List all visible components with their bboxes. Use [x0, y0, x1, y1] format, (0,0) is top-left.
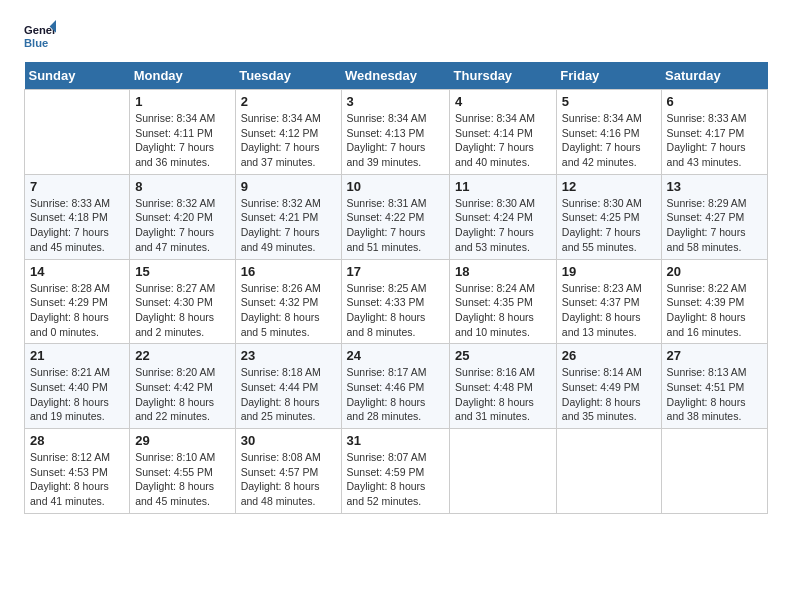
day-info: Sunrise: 8:27 AMSunset: 4:30 PMDaylight:…: [135, 281, 229, 340]
day-number: 5: [562, 94, 656, 109]
header-sunday: Sunday: [25, 62, 130, 90]
cell-w2-d1: 7Sunrise: 8:33 AMSunset: 4:18 PMDaylight…: [25, 174, 130, 259]
cell-w2-d3: 9Sunrise: 8:32 AMSunset: 4:21 PMDaylight…: [235, 174, 341, 259]
day-info: Sunrise: 8:16 AMSunset: 4:48 PMDaylight:…: [455, 365, 551, 424]
header-row: SundayMondayTuesdayWednesdayThursdayFrid…: [25, 62, 768, 90]
day-info: Sunrise: 8:24 AMSunset: 4:35 PMDaylight:…: [455, 281, 551, 340]
cell-w1-d2: 1Sunrise: 8:34 AMSunset: 4:11 PMDaylight…: [130, 90, 235, 175]
day-number: 4: [455, 94, 551, 109]
header-wednesday: Wednesday: [341, 62, 450, 90]
day-info: Sunrise: 8:23 AMSunset: 4:37 PMDaylight:…: [562, 281, 656, 340]
day-info: Sunrise: 8:17 AMSunset: 4:46 PMDaylight:…: [347, 365, 445, 424]
day-info: Sunrise: 8:13 AMSunset: 4:51 PMDaylight:…: [667, 365, 762, 424]
day-info: Sunrise: 8:14 AMSunset: 4:49 PMDaylight:…: [562, 365, 656, 424]
week-row-3: 14Sunrise: 8:28 AMSunset: 4:29 PMDayligh…: [25, 259, 768, 344]
cell-w3-d2: 15Sunrise: 8:27 AMSunset: 4:30 PMDayligh…: [130, 259, 235, 344]
header-thursday: Thursday: [450, 62, 557, 90]
cell-w1-d5: 4Sunrise: 8:34 AMSunset: 4:14 PMDaylight…: [450, 90, 557, 175]
cell-w3-d5: 18Sunrise: 8:24 AMSunset: 4:35 PMDayligh…: [450, 259, 557, 344]
svg-text:Blue: Blue: [24, 37, 48, 49]
day-number: 8: [135, 179, 229, 194]
cell-w2-d4: 10Sunrise: 8:31 AMSunset: 4:22 PMDayligh…: [341, 174, 450, 259]
header-monday: Monday: [130, 62, 235, 90]
week-row-1: 1Sunrise: 8:34 AMSunset: 4:11 PMDaylight…: [25, 90, 768, 175]
day-info: Sunrise: 8:33 AMSunset: 4:17 PMDaylight:…: [667, 111, 762, 170]
day-info: Sunrise: 8:18 AMSunset: 4:44 PMDaylight:…: [241, 365, 336, 424]
day-number: 22: [135, 348, 229, 363]
cell-w4-d4: 24Sunrise: 8:17 AMSunset: 4:46 PMDayligh…: [341, 344, 450, 429]
header-friday: Friday: [556, 62, 661, 90]
day-info: Sunrise: 8:12 AMSunset: 4:53 PMDaylight:…: [30, 450, 124, 509]
day-number: 13: [667, 179, 762, 194]
day-number: 19: [562, 264, 656, 279]
day-info: Sunrise: 8:08 AMSunset: 4:57 PMDaylight:…: [241, 450, 336, 509]
logo-icon: General Blue: [24, 20, 56, 52]
day-number: 7: [30, 179, 124, 194]
day-info: Sunrise: 8:26 AMSunset: 4:32 PMDaylight:…: [241, 281, 336, 340]
day-info: Sunrise: 8:34 AMSunset: 4:16 PMDaylight:…: [562, 111, 656, 170]
day-number: 17: [347, 264, 445, 279]
day-info: Sunrise: 8:32 AMSunset: 4:20 PMDaylight:…: [135, 196, 229, 255]
cell-w3-d7: 20Sunrise: 8:22 AMSunset: 4:39 PMDayligh…: [661, 259, 767, 344]
week-row-4: 21Sunrise: 8:21 AMSunset: 4:40 PMDayligh…: [25, 344, 768, 429]
cell-w5-d7: [661, 429, 767, 514]
day-number: 23: [241, 348, 336, 363]
day-info: Sunrise: 8:21 AMSunset: 4:40 PMDaylight:…: [30, 365, 124, 424]
day-number: 2: [241, 94, 336, 109]
cell-w4-d1: 21Sunrise: 8:21 AMSunset: 4:40 PMDayligh…: [25, 344, 130, 429]
day-number: 20: [667, 264, 762, 279]
day-number: 12: [562, 179, 656, 194]
logo: General Blue: [24, 20, 56, 52]
day-info: Sunrise: 8:25 AMSunset: 4:33 PMDaylight:…: [347, 281, 445, 340]
day-info: Sunrise: 8:20 AMSunset: 4:42 PMDaylight:…: [135, 365, 229, 424]
day-info: Sunrise: 8:29 AMSunset: 4:27 PMDaylight:…: [667, 196, 762, 255]
day-info: Sunrise: 8:22 AMSunset: 4:39 PMDaylight:…: [667, 281, 762, 340]
day-number: 6: [667, 94, 762, 109]
cell-w3-d3: 16Sunrise: 8:26 AMSunset: 4:32 PMDayligh…: [235, 259, 341, 344]
page-header: General Blue: [24, 20, 768, 52]
cell-w2-d2: 8Sunrise: 8:32 AMSunset: 4:20 PMDaylight…: [130, 174, 235, 259]
cell-w5-d5: [450, 429, 557, 514]
day-number: 28: [30, 433, 124, 448]
calendar-table: SundayMondayTuesdayWednesdayThursdayFrid…: [24, 62, 768, 514]
day-number: 11: [455, 179, 551, 194]
day-info: Sunrise: 8:32 AMSunset: 4:21 PMDaylight:…: [241, 196, 336, 255]
cell-w5-d1: 28Sunrise: 8:12 AMSunset: 4:53 PMDayligh…: [25, 429, 130, 514]
cell-w3-d4: 17Sunrise: 8:25 AMSunset: 4:33 PMDayligh…: [341, 259, 450, 344]
cell-w4-d5: 25Sunrise: 8:16 AMSunset: 4:48 PMDayligh…: [450, 344, 557, 429]
cell-w5-d2: 29Sunrise: 8:10 AMSunset: 4:55 PMDayligh…: [130, 429, 235, 514]
cell-w3-d6: 19Sunrise: 8:23 AMSunset: 4:37 PMDayligh…: [556, 259, 661, 344]
cell-w4-d2: 22Sunrise: 8:20 AMSunset: 4:42 PMDayligh…: [130, 344, 235, 429]
day-number: 27: [667, 348, 762, 363]
cell-w5-d6: [556, 429, 661, 514]
day-number: 24: [347, 348, 445, 363]
header-saturday: Saturday: [661, 62, 767, 90]
cell-w1-d7: 6Sunrise: 8:33 AMSunset: 4:17 PMDaylight…: [661, 90, 767, 175]
day-number: 15: [135, 264, 229, 279]
day-info: Sunrise: 8:30 AMSunset: 4:25 PMDaylight:…: [562, 196, 656, 255]
week-row-5: 28Sunrise: 8:12 AMSunset: 4:53 PMDayligh…: [25, 429, 768, 514]
day-number: 16: [241, 264, 336, 279]
cell-w2-d5: 11Sunrise: 8:30 AMSunset: 4:24 PMDayligh…: [450, 174, 557, 259]
day-number: 21: [30, 348, 124, 363]
day-number: 31: [347, 433, 445, 448]
day-number: 1: [135, 94, 229, 109]
day-info: Sunrise: 8:07 AMSunset: 4:59 PMDaylight:…: [347, 450, 445, 509]
day-number: 29: [135, 433, 229, 448]
day-info: Sunrise: 8:34 AMSunset: 4:11 PMDaylight:…: [135, 111, 229, 170]
cell-w2-d6: 12Sunrise: 8:30 AMSunset: 4:25 PMDayligh…: [556, 174, 661, 259]
day-info: Sunrise: 8:28 AMSunset: 4:29 PMDaylight:…: [30, 281, 124, 340]
cell-w5-d3: 30Sunrise: 8:08 AMSunset: 4:57 PMDayligh…: [235, 429, 341, 514]
day-number: 9: [241, 179, 336, 194]
day-number: 26: [562, 348, 656, 363]
header-tuesday: Tuesday: [235, 62, 341, 90]
day-info: Sunrise: 8:33 AMSunset: 4:18 PMDaylight:…: [30, 196, 124, 255]
day-number: 3: [347, 94, 445, 109]
day-info: Sunrise: 8:34 AMSunset: 4:13 PMDaylight:…: [347, 111, 445, 170]
day-number: 25: [455, 348, 551, 363]
day-number: 30: [241, 433, 336, 448]
day-info: Sunrise: 8:34 AMSunset: 4:12 PMDaylight:…: [241, 111, 336, 170]
day-info: Sunrise: 8:10 AMSunset: 4:55 PMDaylight:…: [135, 450, 229, 509]
cell-w3-d1: 14Sunrise: 8:28 AMSunset: 4:29 PMDayligh…: [25, 259, 130, 344]
cell-w5-d4: 31Sunrise: 8:07 AMSunset: 4:59 PMDayligh…: [341, 429, 450, 514]
